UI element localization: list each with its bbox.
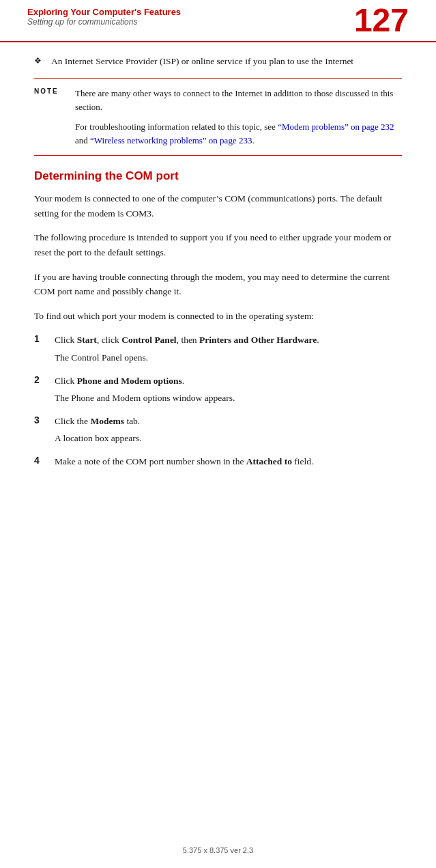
step-3-suffix: tab. [124,416,140,426]
note-content: There are many other ways to connect to … [75,87,402,147]
step-3-note: A location box appears. [55,431,402,446]
step-4: 4 Make a note of the COM port number sho… [34,454,402,469]
bullet-diamond-icon: ❖ [34,56,42,66]
step-1-bold3: Printers and Other Hardware [199,335,317,345]
step-1-prefix: Click [55,335,77,345]
step-1-mid1: , click [97,335,121,345]
step-2-number: 2 [34,374,55,385]
note-paragraph-1: There are many other ways to connect to … [75,87,402,113]
note-p2-prefix: For troubleshooting information related … [75,122,278,132]
step-2-prefix: Click [55,376,77,386]
body-para-2: The following procedure is intended to s… [34,230,402,260]
page-container: Exploring Your Computer's Features Setti… [0,0,436,868]
page-header: Exploring Your Computer's Features Setti… [0,0,436,42]
bullet-item: ❖ An Internet Service Provider (ISP) or … [34,55,402,68]
step-3-prefix: Click the [55,416,91,426]
step-2-suffix: . [182,376,184,386]
step-1-row: 1 Click Start, click Control Panel, then… [34,333,402,348]
step-4-bold1: Attached to [246,456,292,466]
content-area: ❖ An Internet Service Provider (ISP) or … [0,42,436,491]
step-2-row: 2 Click Phone and Modem options. [34,374,402,389]
modem-problems-link[interactable]: “Modem problems” on page 232 [278,122,394,132]
step-2-text: Click Phone and Modem options. [55,374,402,389]
step-2: 2 Click Phone and Modem options. The Pho… [34,374,402,406]
step-4-row: 4 Make a note of the COM port number sho… [34,454,402,469]
body-para-3: If you are having trouble connecting thr… [34,270,402,299]
note-label: NOTE [34,87,75,95]
step-1-number: 1 [34,333,55,344]
step-3-row: 3 Click the Modems tab. [34,414,402,429]
note-p2-suffix: . [252,135,254,145]
step-3-text: Click the Modems tab. [55,414,402,429]
page-number: 127 [354,4,409,37]
header-left: Exploring Your Computer's Features Setti… [27,7,181,27]
step-4-suffix: field. [292,456,314,466]
footer-text: 5.375 x 8.375 ver 2.3 [183,846,253,854]
header-subtitle: Setting up for communications [27,17,137,27]
step-1-suffix: . [317,335,319,345]
note-box: NOTE There are many other ways to connec… [34,78,402,156]
step-3-number: 3 [34,414,55,425]
step-4-number: 4 [34,454,55,466]
step-1: 1 Click Start, click Control Panel, then… [34,333,402,365]
wireless-problems-link[interactable]: “Wireless networking problems” on page 2… [90,135,252,145]
bullet-text: An Internet Service Provider (ISP) or on… [51,55,353,68]
step-2-bold1: Phone and Modem options [77,376,182,386]
step-1-mid2: , then [177,335,199,345]
step-1-bold2: Control Panel [121,335,176,345]
note-p2-mid: and [75,135,90,145]
header-title: Exploring Your Computer's Features [27,7,181,17]
step-2-note: The Phone and Modem options window appea… [55,391,402,406]
step-1-text: Click Start, click Control Panel, then P… [55,333,402,348]
step-4-prefix: Make a note of the COM port number shown… [55,456,246,466]
step-3: 3 Click the Modems tab. A location box a… [34,414,402,446]
step-4-text: Make a note of the COM port number shown… [55,454,402,469]
page-footer: 5.375 x 8.375 ver 2.3 [0,846,436,854]
note-paragraph-2: For troubleshooting information related … [75,120,402,147]
step-1-bold1: Start [77,335,97,345]
step-1-note: The Control Panel opens. [55,350,402,365]
body-para-4: To find out which port your modem is con… [34,309,402,324]
body-para-1: Your modem is connected to one of the co… [34,191,402,221]
section-heading: Determining the COM port [34,169,402,183]
step-3-bold1: Modems [91,416,125,426]
